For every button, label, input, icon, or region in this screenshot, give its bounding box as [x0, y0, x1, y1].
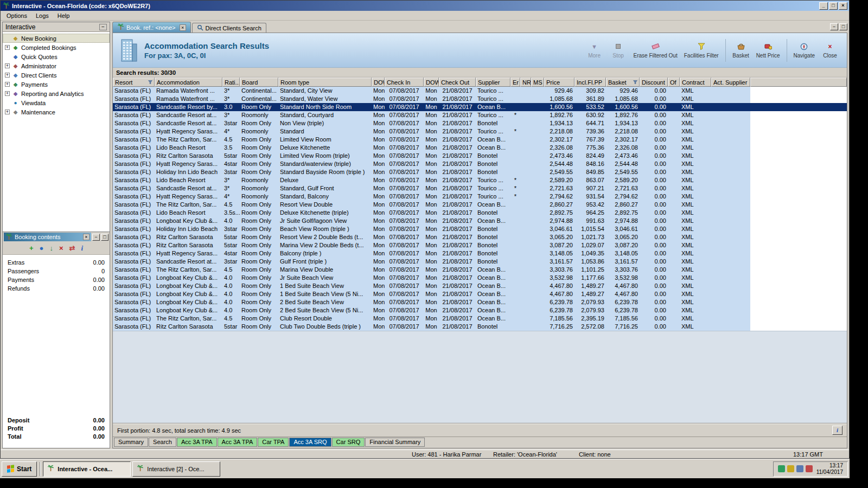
column-header-rati[interactable]: Rati...	[222, 78, 240, 87]
table-row[interactable]: Sarasota (FL)Longboat Key Club &...4.0Ro…	[113, 306, 847, 314]
table-row[interactable]: Sarasota (FL)Hyatt Regency Saras...4star…	[113, 249, 847, 258]
globe-icon[interactable]: ●	[40, 245, 44, 252]
table-row[interactable]: Sarasota (FL)Longboat Key Club &...4.0Ro…	[113, 274, 847, 282]
sidebar-item-payments[interactable]: +◆Payments	[3, 80, 110, 89]
booking-contents-close-button[interactable]: ×	[83, 234, 90, 240]
column-header-board[interactable]: Board	[240, 78, 278, 87]
booking-row-extras[interactable]: Extras0.00	[3, 258, 110, 267]
booking-row-passengers[interactable]: Passengers0	[3, 267, 110, 275]
table-row[interactable]: Sarasota (FL)Ritz Carlton Sarasota5starR…	[113, 323, 847, 331]
column-header-supplier[interactable]: Supplier	[476, 78, 510, 87]
table-row[interactable]: Sarasota (FL)The Ritz Carlton, Sar...4.5…	[113, 314, 847, 323]
table-row[interactable]: Sarasota (FL)Sandcastle Resort by...3.0R…	[113, 103, 847, 111]
column-header-nr[interactable]: NR	[520, 78, 531, 87]
table-row[interactable]: Sarasota (FL)Sandcastle Resort at...3*Ro…	[113, 184, 847, 192]
table-row[interactable]: Sarasota (FL)Ritz Carlton Sarasota5starR…	[113, 233, 847, 241]
sidebar-item-direct-clients[interactable]: +◆Direct Clients	[3, 70, 110, 80]
sidebar-item-completed-bookings[interactable]: +◆Completed Bookings	[3, 43, 110, 52]
tab-close-button[interactable]: ×	[180, 24, 186, 31]
bottom-tab-car-srq[interactable]: Car SRQ	[332, 438, 365, 447]
menu-logs[interactable]: Logs	[32, 12, 53, 20]
taskbar-button-interactive-ocea[interactable]: Interactive - Ocea...	[43, 461, 131, 477]
expander-icon[interactable]: +	[5, 73, 10, 78]
window-minimize-button[interactable]: _	[819, 2, 828, 10]
bottom-tab-acc-3a-tpa[interactable]: Acc 3A TPA	[218, 438, 258, 447]
column-header-basket[interactable]: Basket	[606, 78, 640, 87]
booking-contents-maximize-button[interactable]: □	[101, 234, 108, 241]
table-row[interactable]: Sarasota (FL)Ritz Carlton Sarasota5starR…	[113, 152, 847, 160]
taskbar-button-interactive-2-oce[interactable]: Interactive [2] - Oce...	[132, 461, 220, 477]
erase-filtered-out-button[interactable]: Erase Filtered Out	[631, 38, 680, 63]
column-header-dow[interactable]: DOW	[372, 78, 385, 87]
sidebar-item-administrator[interactable]: +◆Administrator	[3, 61, 110, 70]
table-row[interactable]: Sarasota (FL)Longboat Key Club &...4.0Ro…	[113, 298, 847, 306]
info-button[interactable]: i	[832, 426, 843, 435]
table-row[interactable]: Sarasota (FL)Lido Beach Resort3*Roomonly…	[113, 176, 847, 184]
bottom-tab-search[interactable]: Search	[149, 438, 176, 447]
transfer-icon[interactable]: ⇄	[69, 245, 75, 252]
table-row[interactable]: Sarasota (FL)Ramada Waterfront ...3*Cont…	[113, 87, 847, 95]
menu-options[interactable]: Options	[3, 12, 31, 20]
mdi-minimize-button[interactable]: −	[830, 23, 838, 30]
table-row[interactable]: Sarasota (FL)Hyatt Regency Saras...4*Roo…	[113, 127, 847, 136]
sidebar-item-new-booking[interactable]: ◆New Booking	[3, 34, 110, 43]
table-row[interactable]: Sarasota (FL)Sandcastle Resort at...3*Ro…	[113, 111, 847, 119]
table-row[interactable]: Sarasota (FL)Ritz Carlton Sarasota5starR…	[113, 241, 847, 249]
table-row[interactable]: Sarasota (FL)Holiday Inn Lido Beach3star…	[113, 168, 847, 176]
booking-row-payments[interactable]: Payments0.00	[3, 275, 110, 284]
table-row[interactable]: Sarasota (FL)Lido Beach Resort3.5s...Roo…	[113, 209, 847, 217]
nett-price-button[interactable]: Nett Price	[754, 38, 783, 63]
close-button[interactable]: ×Close	[819, 38, 841, 63]
table-row[interactable]: Sarasota (FL)Holiday Inn Lido Beach3star…	[113, 225, 847, 233]
window-maximize-button[interactable]: □	[829, 2, 838, 10]
table-row[interactable]: Sarasota (FL)The Ritz Carlton, Sar...4.5…	[113, 201, 847, 209]
table-row[interactable]: Sarasota (FL)The Ritz Carlton, Sar...4.5…	[113, 266, 847, 274]
start-button[interactable]: Start	[2, 461, 37, 477]
add-to-basket-icon[interactable]: ↓	[49, 245, 53, 252]
column-header-dow[interactable]: DOW	[424, 78, 439, 87]
tray-network-icon[interactable]	[796, 465, 803, 472]
sidebar-item-viewdata[interactable]: ●Viewdata	[3, 98, 110, 107]
column-header-accommodation[interactable]: Accommodation	[155, 78, 222, 87]
booking-contents-minimize-button[interactable]: −	[92, 234, 100, 241]
expander-icon[interactable]: +	[5, 82, 10, 87]
mdi-restore-button[interactable]: □	[839, 23, 847, 30]
bottom-tab-summary[interactable]: Summary	[114, 438, 148, 447]
column-header-check-out[interactable]: Check Out	[439, 78, 476, 87]
table-row[interactable]: Sarasota (FL)Ramada Waterfront ...3*Cont…	[113, 95, 847, 103]
tray-audio-icon[interactable]	[806, 465, 813, 472]
table-row[interactable]: Sarasota (FL)Sandcastle Resort at...3sta…	[113, 258, 847, 266]
column-header-er[interactable]: Er	[510, 78, 520, 87]
table-row[interactable]: Sarasota (FL)The Ritz Carlton, Sar...4.5…	[113, 136, 847, 144]
column-header-discount[interactable]: Discount	[640, 78, 668, 87]
tab-direct-clients-search[interactable]: Direct Clients Search	[192, 23, 266, 33]
column-header-contract[interactable]: Contract	[680, 78, 711, 87]
add-item-icon[interactable]: +	[29, 245, 34, 252]
booking-row-refunds[interactable]: Refunds0.00	[3, 284, 110, 293]
column-header-act-supplier[interactable]: Act. Supplier	[711, 78, 750, 87]
column-header-of[interactable]: Of	[668, 78, 680, 87]
sidebar-collapse-button[interactable]: −	[99, 24, 107, 30]
basket-button[interactable]: Basket	[730, 38, 752, 63]
bottom-tab-acc-3a-srq[interactable]: Acc 3A SRQ	[289, 438, 331, 447]
menu-help[interactable]: Help	[54, 12, 74, 20]
sidebar-item-reporting-and-analytics[interactable]: +◆Reporting and Analytics	[3, 89, 110, 98]
bottom-tab-car-tpa[interactable]: Car TPA	[258, 438, 289, 447]
column-header-room-type[interactable]: Room type	[278, 78, 372, 87]
sidebar-item-quick-quotes[interactable]: ◆Quick Quotes	[3, 52, 110, 61]
column-header-ms[interactable]: MS	[531, 78, 544, 87]
tab-book-ref-none[interactable]: Book. ref.: <none>×	[112, 22, 191, 33]
tray-display-icon[interactable]	[778, 465, 785, 472]
table-row[interactable]: Sarasota (FL)Sandcastle Resort at...3sta…	[113, 119, 847, 127]
info-icon[interactable]: i	[81, 245, 83, 252]
window-close-button[interactable]: ×	[839, 2, 847, 10]
column-header-price[interactable]: Price	[544, 78, 575, 87]
expander-icon[interactable]: +	[5, 91, 10, 96]
facilities-filter-button[interactable]: Facilities Filter	[681, 38, 722, 63]
bottom-tab-acc-3a-tpa[interactable]: Acc 3A TPA	[177, 438, 217, 447]
delete-icon[interactable]: ×	[59, 245, 63, 252]
expander-icon[interactable]: +	[5, 63, 10, 68]
table-row[interactable]: Sarasota (FL)Longboat Key Club &...4.0Ro…	[113, 282, 847, 290]
bottom-tab-financial-summary[interactable]: Financial Summary	[365, 438, 425, 447]
table-row[interactable]: Sarasota (FL)Hyatt Regency Saras...4*Roo…	[113, 192, 847, 201]
